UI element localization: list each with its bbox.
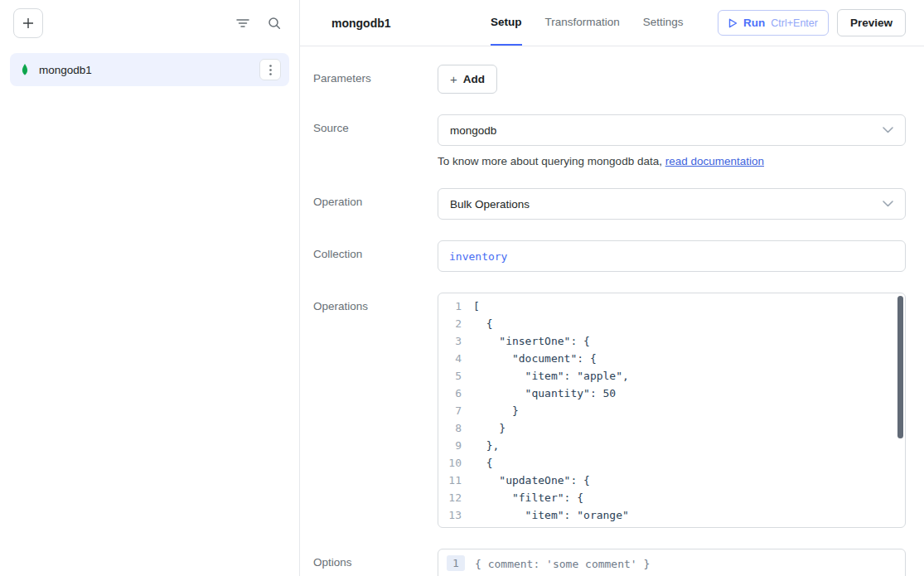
sidebar-toolbar (0, 0, 299, 46)
operations-field: 1[ 2 { 3 "insertOne": { 4 "document": { … (438, 293, 906, 528)
collection-input-value: inventory (449, 250, 507, 263)
chevron-down-icon (883, 201, 893, 207)
operations-code-editor[interactable]: 1[ 2 { 3 "insertOne": { 4 "document": { … (438, 293, 906, 528)
add-parameter-label: Add (463, 73, 485, 85)
line-number: 6 (438, 385, 473, 402)
line-number: 2 (438, 315, 473, 332)
line-number: 3 (438, 332, 473, 350)
code-text: "item": "orange" (473, 506, 629, 524)
parameters-row: Parameters + Add (313, 65, 906, 94)
line-number: 5 (438, 367, 473, 385)
code-line: 11 "updateOne": { (438, 472, 905, 489)
run-button[interactable]: Run Ctrl+Enter (718, 10, 829, 36)
add-query-button[interactable] (13, 8, 43, 38)
query-setup-form: Parameters + Add Source mongodb (300, 46, 924, 576)
code-line: 10 { (438, 454, 905, 472)
read-documentation-link[interactable]: read documentation (665, 155, 764, 167)
code-text: "filter": { (473, 489, 583, 506)
options-row: Options 1 { comment: 'some comment' } (313, 549, 906, 576)
source-label: Source (313, 114, 438, 167)
code-line: 4 "document": { (438, 350, 905, 367)
query-title: mongodb1 (331, 0, 472, 46)
operation-label: Operation (313, 188, 438, 220)
code-line: 13 "item": "orange" (438, 506, 905, 524)
operations-row: Operations 1[ 2 { 3 "insertOne": { 4 "do… (313, 293, 906, 528)
line-number: 7 (438, 402, 473, 419)
code-line: 9 }, (438, 437, 905, 454)
chevron-down-icon (883, 127, 893, 133)
query-main-panel: mongodb1 Setup Transformation Settings R… (300, 0, 924, 576)
line-number: 9 (438, 437, 473, 454)
tab-transformation[interactable]: Transformation (545, 0, 620, 46)
operation-select-value: Bulk Operations (450, 198, 530, 211)
line-number: 11 (438, 472, 473, 489)
query-tabs: Setup Transformation Settings (491, 0, 684, 46)
preview-button[interactable]: Preview (837, 9, 906, 36)
code-text: { comment: 'some comment' } (475, 555, 650, 573)
query-list-item-mongodb1[interactable]: mongodb1 (10, 53, 289, 86)
options-code-editor[interactable]: 1 { comment: 'some comment' } (438, 549, 906, 576)
filter-queries-button[interactable] (231, 12, 254, 35)
source-help-prefix: To know more about querying mongodb data… (438, 155, 665, 167)
collection-label: Collection (313, 240, 438, 272)
filter-icon (236, 17, 249, 29)
parameters-label: Parameters (313, 65, 438, 94)
code-line: 2 { (438, 315, 905, 332)
add-parameter-button[interactable]: + Add (438, 65, 497, 94)
code-line: 12 "filter": { (438, 489, 905, 506)
operations-label: Operations (313, 293, 438, 528)
mongodb-leaf-icon (18, 62, 31, 77)
operation-field: Bulk Operations (438, 188, 906, 220)
code-text: "item": "apple", (473, 367, 629, 385)
search-icon (268, 17, 281, 30)
code-line: 3 "insertOne": { (438, 332, 905, 350)
code-text: } (473, 419, 506, 437)
code-text: [ (473, 298, 480, 315)
vertical-scrollbar-thumb[interactable] (897, 296, 903, 438)
line-number: 10 (438, 454, 473, 472)
operation-select[interactable]: Bulk Operations (438, 188, 906, 220)
collection-input[interactable]: inventory (438, 240, 906, 272)
search-queries-button[interactable] (263, 12, 286, 35)
collection-row: Collection inventory (313, 240, 906, 272)
code-line: 6 "quantity": 50 (438, 385, 905, 402)
source-select[interactable]: mongodb (438, 114, 906, 146)
query-sidebar: mongodb1 (0, 0, 300, 576)
source-row: Source mongodb To know more about queryi… (313, 114, 906, 167)
code-text: }, (473, 437, 499, 454)
line-number: 8 (438, 419, 473, 437)
query-header: mongodb1 Setup Transformation Settings R… (300, 0, 924, 46)
line-number: 1 (447, 555, 465, 571)
code-text: "quantity": 50 (473, 385, 616, 402)
line-number: 13 (438, 506, 473, 524)
source-field: mongodb To know more about querying mong… (438, 114, 906, 167)
line-number: 4 (438, 350, 473, 367)
run-button-label: Run (743, 17, 765, 29)
query-item-label: mongodb1 (39, 64, 92, 76)
kebab-icon (269, 65, 272, 75)
operation-row: Operation Bulk Operations (313, 188, 906, 220)
tab-setup[interactable]: Setup (491, 0, 522, 46)
collection-field: inventory (438, 240, 906, 272)
run-shortcut: Ctrl+Enter (771, 17, 818, 29)
options-field: 1 { comment: 'some comment' } (438, 549, 906, 576)
tab-settings[interactable]: Settings (643, 0, 684, 46)
options-label: Options (313, 549, 438, 576)
line-number: 1 (438, 298, 473, 315)
code-text: { (473, 315, 492, 332)
plus-icon: + (450, 72, 457, 86)
parameters-field: + Add (438, 65, 906, 94)
query-item-menu-button[interactable] (259, 59, 281, 80)
code-text: } (473, 402, 519, 419)
code-line: 8 } (438, 419, 905, 437)
plus-icon (22, 17, 34, 29)
line-number: 12 (438, 489, 473, 506)
source-help-text: To know more about querying mongodb data… (438, 155, 906, 167)
header-actions: Run Ctrl+Enter Preview (718, 0, 906, 46)
code-line: 1[ (438, 298, 905, 315)
code-text: "insertOne": { (473, 332, 590, 350)
code-text: "document": { (473, 350, 597, 367)
code-line: 5 "item": "apple", (438, 367, 905, 385)
source-select-value: mongodb (450, 124, 496, 137)
code-text: "updateOne": { (473, 472, 590, 489)
